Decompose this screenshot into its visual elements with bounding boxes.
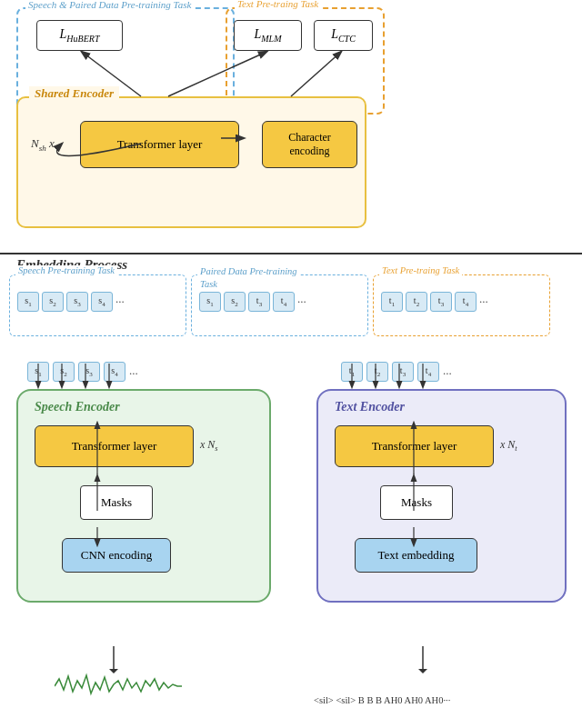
speech-masks-label: Masks (101, 495, 132, 510)
loss-mlm-box: LMLM (234, 20, 302, 51)
token-s4: s4 (91, 292, 113, 312)
diagram-container: Speech & Paired Data Pre-training Task T… (0, 0, 582, 728)
embed-text-label: Text Pre-traing Task (379, 265, 462, 275)
token-t3: t3 (430, 292, 452, 312)
transformer-shared-box: Transformer layer (80, 121, 239, 168)
token-s1: s1 (17, 292, 39, 312)
token-t4: t4 (455, 292, 477, 312)
phoneme-labels: <sil> <sil> B B B AH0 AH0 AH0··· (314, 695, 450, 705)
text-encoder-box: Text Encoder Transformer layer x Nt Mask… (316, 389, 567, 603)
text-input-tokens: t1 t2 t3 t4 ··· (341, 362, 452, 382)
char-encoding-box: Characterencoding (262, 121, 357, 168)
xnt-label: x Nt (500, 438, 517, 453)
token-ps1: s1 (199, 292, 221, 312)
input-t2: t2 (366, 362, 388, 382)
speech-masks-box: Masks (80, 485, 153, 520)
token-s2: s2 (42, 292, 64, 312)
text-embedding-box: Text embedding (355, 538, 477, 573)
waveform-svg (55, 672, 182, 701)
text-masks-box: Masks (380, 485, 453, 520)
shared-encoder-box: Shared Encoder Nsh x Transformer layer C… (16, 96, 366, 228)
nsh-label: Nsh x (31, 136, 55, 153)
input-s3: s3 (78, 362, 100, 382)
text-input-arrow (414, 646, 432, 673)
embed-speech-label: Speech Pre-training Task (15, 265, 117, 275)
loss-ctc-text: LCTC (331, 27, 356, 44)
token-pt4: t4 (273, 292, 295, 312)
input-s2: s2 (53, 362, 75, 382)
speech-encoder-box: Speech Encoder Transformer layer x Ns Ma… (16, 389, 271, 603)
token-ps2: s2 (224, 292, 246, 312)
cnn-encoding-box: CNN encoding (62, 538, 171, 573)
text-transformer-label: Transformer layer (372, 439, 457, 454)
input-s4: s4 (104, 362, 125, 382)
speech-transformer-label: Transformer layer (72, 439, 157, 454)
loss-mlm-text: LMLM (254, 27, 281, 44)
transformer-shared-label: Transformer layer (117, 137, 203, 152)
speech-encoder-label: Speech Encoder (35, 400, 120, 414)
speech-input-tokens: s1 s2 s3 s4 ··· (27, 362, 138, 382)
input-s1: s1 (27, 362, 49, 382)
token-pt3: t3 (248, 292, 270, 312)
text-pretrain-label-top: Text Pre-traing Task (235, 0, 321, 9)
embed-text-box: Text Pre-traing Task t1 t2 t3 t4 ··· (373, 274, 550, 336)
embed-paired-label: Paired Data Pre-trainingTask (197, 265, 300, 290)
token-t1: t1 (381, 292, 403, 312)
speech-transformer-box: Transformer layer (35, 425, 194, 467)
text-embedding-label: Text embedding (378, 548, 455, 563)
token-t2: t2 (406, 292, 427, 312)
shared-encoder-label: Shared Encoder (29, 86, 119, 101)
input-t1: t1 (341, 362, 363, 382)
char-encoding-label: Characterencoding (288, 131, 331, 158)
speech-paired-label: Speech & Paired Data Pre-training Task (25, 0, 194, 11)
embed-paired-box: Paired Data Pre-trainingTask s1 s2 t3 t4… (191, 274, 368, 336)
embed-speech-box: Speech Pre-training Task s1 s2 s3 s4 ··· (9, 274, 186, 336)
loss-hubert-text: LHuBERT (60, 27, 100, 44)
section-divider (0, 253, 582, 254)
cnn-encoding-label: CNN encoding (81, 548, 152, 563)
loss-ctc-box: LCTC (314, 20, 373, 51)
token-s3: s3 (66, 292, 88, 312)
text-encoder-label: Text Encoder (335, 400, 405, 414)
loss-hubert-box: LHuBERT (36, 20, 123, 51)
waveform-arrow (105, 646, 123, 673)
text-masks-label: Masks (401, 495, 432, 510)
xns-label: x Ns (200, 438, 218, 453)
input-t3: t3 (392, 362, 414, 382)
text-transformer-box: Transformer layer (335, 425, 494, 467)
svg-marker-21 (418, 669, 427, 673)
input-t4: t4 (417, 362, 439, 382)
